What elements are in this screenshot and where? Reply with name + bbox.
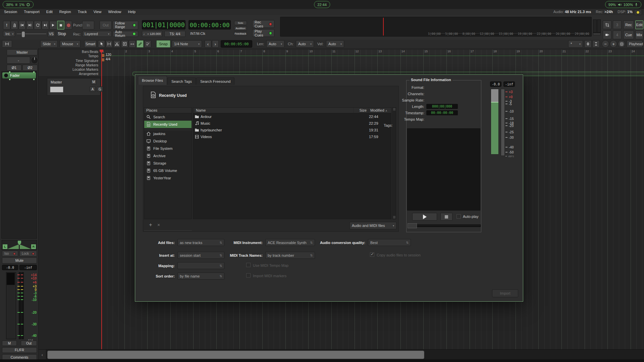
status-led-button[interactable]	[634, 9, 642, 15]
smart-mode-button[interactable]: Smart	[84, 40, 97, 48]
place-item[interactable]: Recently Used	[144, 121, 192, 128]
quality-selector[interactable]: Best	[368, 239, 411, 246]
sort-order-selector[interactable]: by file name	[177, 273, 224, 280]
ruler-label[interactable]: Location Markers	[39, 67, 100, 72]
copy-files-checkbox[interactable]	[370, 252, 374, 257]
preview-seek-track[interactable]	[408, 225, 481, 227]
stretch-tool-button[interactable]	[129, 40, 136, 48]
dialog-tab[interactable]: Search Tags	[167, 77, 196, 85]
master-track-header[interactable]: Master M A G	[47, 78, 101, 96]
action-slot-3-button[interactable]: 3	[613, 20, 622, 29]
midi-panic-button[interactable]: !	[3, 21, 10, 29]
goto-start-button[interactable]	[18, 21, 26, 29]
place-item[interactable]: File System	[144, 145, 192, 152]
grab-tool-button[interactable]	[98, 40, 105, 48]
loop-button[interactable]	[34, 21, 41, 29]
channel-selector[interactable]: Auto	[296, 40, 314, 48]
video-tool-button[interactable]	[603, 31, 611, 39]
record-mode-selector[interactable]: Layered	[82, 31, 112, 37]
place-item[interactable]: 65 GB Volume	[144, 167, 192, 174]
bars-ruler[interactable]: 123456789101112131415161718192021222324	[101, 50, 644, 54]
menu-item[interactable]: Edit	[46, 10, 53, 14]
snap-toggle-button[interactable]: Snap	[156, 40, 170, 48]
ruler-label[interactable]: Tempo	[39, 54, 100, 58]
expand-tracks-button[interactable]	[584, 40, 592, 48]
auto-return-button[interactable]: Auto Return	[113, 31, 138, 37]
punch-in-button[interactable]: In	[82, 21, 94, 29]
note-length-selector[interactable]: Auto	[266, 40, 284, 48]
import-markers-checkbox[interactable]	[246, 273, 251, 278]
draw-tool-button[interactable]	[137, 40, 144, 48]
rec-cues-button[interactable]: Rec Cues	[252, 20, 274, 28]
remove-bookmark-button[interactable]: ×	[155, 222, 162, 228]
audition-button[interactable]: Audition	[234, 26, 247, 31]
length-clock[interactable]: 000|00|000	[426, 104, 458, 109]
midi-track-names-selector[interactable]: by track number	[265, 252, 315, 259]
tempo-marker-flag[interactable]	[102, 54, 104, 57]
velocity-selector[interactable]: Auto	[326, 40, 344, 48]
mouse-mode-selector[interactable]: Mouse	[60, 40, 80, 48]
solo-iso-button[interactable]: Iso	[2, 251, 18, 256]
shrink-tracks-button[interactable]	[592, 40, 600, 48]
zoom-focus-selector[interactable]: Playhead	[627, 40, 643, 48]
add-bookmark-button[interactable]: +	[147, 222, 154, 228]
place-item[interactable]: Archive	[144, 152, 192, 160]
preview-play-button[interactable]	[412, 213, 437, 221]
dialog-tab[interactable]: Browse Files	[138, 76, 167, 85]
nudge-back-button[interactable]: ‹	[205, 40, 211, 48]
editor-page-button[interactable]: Edit	[635, 20, 643, 29]
meter-peak-reset[interactable]	[593, 33, 601, 35]
zoom-preset-selector[interactable]: *	[568, 40, 583, 48]
menu-item[interactable]: Region	[59, 10, 71, 14]
gain-display[interactable]: -0.0	[2, 265, 18, 270]
metronome-button[interactable]	[11, 21, 18, 29]
contents-tool-button[interactable]	[121, 40, 128, 48]
ruler-label[interactable]: Time Signature	[39, 59, 100, 63]
time-sig-marker-flag[interactable]	[102, 58, 104, 61]
feedback-button[interactable]: Feedback	[234, 32, 247, 36]
ruler-label[interactable]: Bars:Beats	[39, 50, 100, 54]
record-arm-button[interactable]	[65, 21, 72, 29]
place-item[interactable]: Desktop	[144, 137, 192, 145]
solo-button[interactable]: Solo	[234, 21, 247, 25]
range-tool-button[interactable]	[106, 40, 113, 48]
horizontal-scroll-area[interactable]	[39, 349, 644, 360]
cut-tool-button[interactable]	[113, 40, 120, 48]
ruler-label[interactable]: Arrangement	[39, 72, 100, 76]
output-meter-button[interactable]: Out	[21, 341, 37, 346]
follow-range-button[interactable]: Follow Range	[113, 21, 138, 29]
nudge-clock[interactable]: 00:00:05:00	[221, 40, 252, 48]
menu-item[interactable]: Transport	[24, 10, 40, 14]
preview-seek-handle[interactable]	[408, 223, 417, 228]
strip-visibility-button[interactable]	[2, 40, 12, 48]
nudge-forward-button[interactable]: ›	[212, 40, 219, 48]
mixer-page-button[interactable]: Mix	[635, 31, 643, 39]
file-row[interactable]: Music 22:29	[193, 120, 391, 127]
grid-unit-selector[interactable]: 1/4 Note	[172, 40, 202, 48]
mini-timeline[interactable]: 1|00|005|00|008|00|0012|00|0015|00|0019|…	[280, 17, 592, 37]
track-group-button[interactable]: G	[97, 86, 103, 92]
sync-source-selector[interactable]: Int.	[3, 31, 15, 37]
goto-end-button[interactable]	[26, 21, 34, 29]
monitor-channels-button[interactable]: FL/FR	[2, 347, 37, 353]
track-name[interactable]: Master	[51, 80, 62, 84]
action-slot-4-button[interactable]: 4	[613, 31, 622, 39]
play-range-button[interactable]	[42, 21, 49, 29]
horizontal-scrollbar-handle[interactable]	[47, 351, 424, 359]
scroll-left-button[interactable]	[39, 350, 46, 360]
mono-button[interactable]: M	[2, 341, 17, 346]
dialog-tab[interactable]: Search Freesound	[196, 77, 235, 85]
mapping-selector[interactable]	[177, 262, 224, 269]
recorder-page-button[interactable]: Rec	[623, 20, 634, 29]
preview-stop-button[interactable]	[440, 213, 452, 221]
stop-button[interactable]	[57, 21, 64, 29]
column-size[interactable]: Size	[354, 108, 368, 113]
varispeed-button[interactable]: VS	[48, 31, 55, 37]
column-name[interactable]: Name	[193, 108, 354, 113]
file-row[interactable]: Videos 17:59	[193, 133, 391, 140]
zoom-out-button[interactable]: −	[602, 40, 609, 48]
tags-textarea[interactable]	[407, 128, 480, 210]
auto-play-checkbox[interactable]	[457, 214, 461, 219]
file-filter-selector[interactable]: Audio and MIDI files	[350, 222, 396, 229]
shuttle-handle[interactable]	[21, 31, 25, 38]
